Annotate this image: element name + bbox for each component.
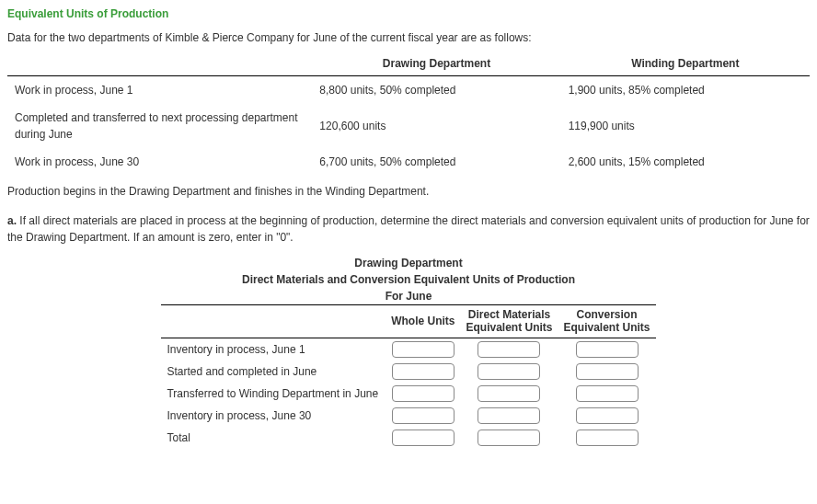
input-whole-units-r4[interactable]	[392, 407, 455, 424]
answer-row: Inventory in process, June 1	[161, 338, 655, 361]
input-dm-total[interactable]	[478, 430, 540, 446]
answer-row-label: Total	[161, 427, 385, 449]
cell-value: 8,800 units, 50% completed	[312, 76, 560, 105]
row-label: Work in process, June 30	[7, 148, 312, 176]
col-head-whole-units: Whole Units	[385, 305, 460, 338]
answer-table: Whole Units Direct MaterialsEquivalent U…	[161, 304, 655, 449]
cell-value: 1,900 units, 85% completed	[561, 76, 810, 105]
section-title: Equivalent Units of Production	[7, 6, 810, 22]
question-a-text: If all direct materials are placed in pr…	[7, 214, 810, 244]
answer-header-line1: Drawing Department	[7, 255, 810, 271]
intro-text: Data for the two departments of Kimble &…	[7, 29, 810, 46]
answer-row: Transferred to Winding Department in Jun…	[161, 383, 655, 405]
input-conv-r3[interactable]	[576, 385, 639, 402]
cell-value: 6,700 units, 50% completed	[312, 148, 560, 176]
input-whole-units-r3[interactable]	[392, 385, 455, 402]
answer-row: Started and completed in June	[161, 361, 655, 383]
row-label: Work in process, June 1	[7, 76, 312, 105]
answer-row-label: Transferred to Winding Department in Jun…	[161, 383, 385, 405]
table-row: Work in process, June 1 8,800 units, 50%…	[7, 76, 810, 105]
input-conv-r2[interactable]	[576, 363, 639, 380]
input-dm-r2[interactable]	[478, 363, 540, 380]
input-whole-units-total[interactable]	[392, 430, 455, 446]
answer-row-label: Inventory in process, June 1	[161, 338, 385, 361]
answer-header-line2: Direct Materials and Conversion Equivale…	[7, 271, 810, 288]
input-conv-r4[interactable]	[576, 407, 639, 424]
col-header-winding: Winding Department	[561, 52, 810, 76]
answer-row-total: Total	[161, 427, 655, 449]
row-label: Completed and transferred to next proces…	[7, 104, 312, 148]
data-table: Drawing Department Winding Department Wo…	[7, 52, 810, 176]
input-whole-units-r2[interactable]	[392, 363, 455, 380]
note-text: Production begins in the Drawing Departm…	[7, 183, 810, 200]
input-conv-r1[interactable]	[576, 341, 639, 358]
col-head-conv: ConversionEquivalent Units	[558, 305, 656, 338]
answer-row-label: Started and completed in June	[161, 361, 385, 383]
input-dm-r1[interactable]	[478, 341, 540, 358]
input-conv-total[interactable]	[576, 430, 639, 446]
answer-header-line3: For June	[7, 288, 810, 304]
cell-value: 2,600 units, 15% completed	[561, 148, 810, 176]
table-row: Completed and transferred to next proces…	[7, 104, 810, 148]
answer-row-label: Inventory in process, June 30	[161, 405, 385, 427]
cell-value: 120,600 units	[312, 104, 560, 148]
input-dm-r3[interactable]	[478, 385, 540, 402]
cell-value: 119,900 units	[561, 104, 810, 148]
answer-row: Inventory in process, June 30	[161, 405, 655, 427]
question-a: a. If all direct materials are placed in…	[7, 212, 810, 246]
table-row: Work in process, June 30 6,700 units, 50…	[7, 148, 810, 176]
input-dm-r4[interactable]	[478, 407, 540, 424]
input-whole-units-r1[interactable]	[392, 341, 455, 358]
col-header-drawing: Drawing Department	[312, 52, 560, 76]
col-head-dm: Direct MaterialsEquivalent Units	[460, 305, 558, 338]
